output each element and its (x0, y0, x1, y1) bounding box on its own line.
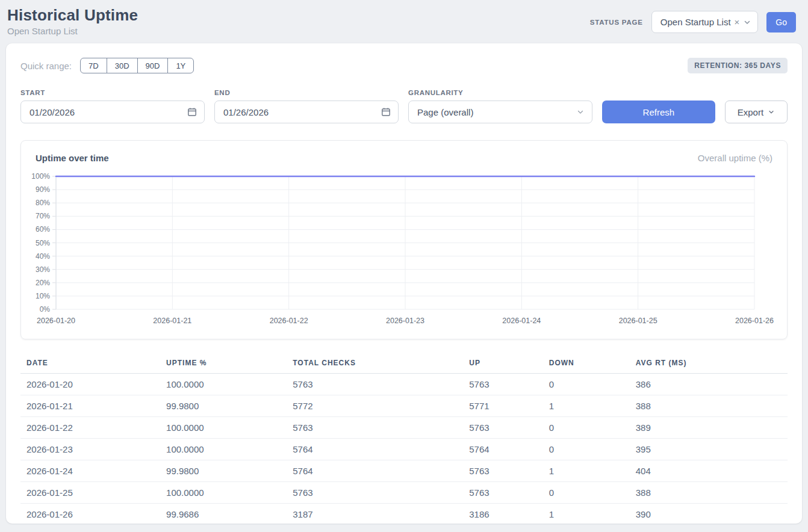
granularity-field: GRANULARITY Page (overall) (408, 89, 592, 123)
table-header-row: DATEUPTIME %TOTAL CHECKSUPDOWNAVG RT (MS… (20, 354, 788, 374)
table-cell: 1 (549, 504, 636, 525)
y-axis-label: 70% (36, 212, 50, 220)
table-cell: 404 (636, 460, 788, 482)
start-date-value: 01/20/2026 (30, 107, 75, 117)
table-cell: 100.0000 (166, 417, 293, 439)
status-page-controls: STATUS PAGE Open Startup List × Go (590, 11, 796, 33)
quick-range-group: 7D30D90D1Y (80, 58, 194, 73)
y-axis-label: 10% (36, 292, 50, 300)
table-cell: 390 (636, 504, 788, 525)
table-cell: 2026-01-26 (20, 504, 166, 525)
quick-range-90d[interactable]: 90D (137, 58, 169, 73)
x-axis-label: 2026-01-24 (502, 317, 541, 325)
table-cell: 5764 (469, 439, 549, 460)
y-axis-label: 50% (36, 239, 50, 247)
table-cell: 386 (636, 374, 788, 395)
table-cell: 5763 (469, 417, 549, 439)
table-cell: 1 (549, 395, 636, 417)
y-axis-label: 100% (31, 172, 50, 181)
page-title: Historical Uptime (7, 6, 138, 25)
quick-range-row: Quick range: 7D30D90D1Y RETENTION: 365 D… (20, 58, 788, 73)
chart-title: Uptime over time (36, 153, 109, 163)
chart-legend-label: Overall uptime (%) (698, 153, 772, 163)
table-cell: 99.9686 (166, 504, 293, 525)
table-cell: 5763 (293, 482, 469, 504)
table-row: 2026-01-2199.9800577257711388 (20, 395, 788, 417)
column-header: UP (469, 354, 549, 374)
end-date-input[interactable]: 01/26/2026 (214, 101, 399, 123)
x-axis-label: 2026-01-22 (270, 317, 308, 325)
filter-row: START 01/20/2026 END 01/26/2026 GRANULAR… (20, 89, 788, 123)
end-date-value: 01/26/2026 (223, 107, 269, 117)
top-header: Historical Uptime Open Startup List STAT… (0, 0, 808, 37)
table-cell: 3187 (293, 504, 469, 525)
chevron-down-icon (743, 18, 751, 26)
x-axis-label: 2026-01-20 (37, 317, 75, 325)
x-axis-label: 2026-01-23 (386, 317, 424, 325)
retention-badge: RETENTION: 365 DAYS (688, 58, 788, 73)
table-cell: 2026-01-25 (20, 482, 166, 504)
table-cell: 0 (549, 482, 636, 504)
table-cell: 5763 (469, 482, 549, 504)
chart-area: 0%10%20%30%40%50%60%70%80%90%100%2026-01… (36, 172, 772, 329)
calendar-icon[interactable] (187, 107, 197, 117)
y-axis-label: 60% (36, 225, 50, 234)
granularity-select[interactable]: Page (overall) (408, 101, 592, 123)
table-cell: 395 (636, 439, 788, 460)
y-axis-label: 20% (36, 279, 50, 287)
column-header: DATE (20, 354, 166, 374)
table-cell: 0 (549, 417, 636, 439)
table-cell: 388 (636, 395, 788, 417)
quick-range-1y[interactable]: 1Y (167, 58, 194, 73)
y-axis-label: 30% (36, 265, 50, 274)
start-date-input[interactable]: 01/20/2026 (20, 101, 205, 123)
quick-range-7d[interactable]: 7D (80, 58, 107, 73)
y-axis-label: 80% (36, 199, 50, 207)
table-cell: 100.0000 (166, 482, 293, 504)
uptime-chart-card: Uptime over time Overall uptime (%) 0%10… (20, 140, 788, 339)
table-cell: 5763 (469, 460, 549, 482)
column-header: DOWN (549, 354, 636, 374)
status-page-select[interactable]: Open Startup List × (651, 11, 759, 33)
table-cell: 5764 (293, 439, 469, 460)
end-date-field: END 01/26/2026 (214, 89, 399, 123)
table-cell: 99.9800 (166, 395, 293, 417)
quick-range-30d[interactable]: 30D (107, 58, 138, 73)
table-cell: 100.0000 (166, 374, 293, 395)
table-cell: 5763 (469, 374, 549, 395)
refresh-button[interactable]: Refresh (602, 101, 715, 123)
quick-range-label: Quick range: (20, 61, 72, 71)
uptime-table: DATEUPTIME %TOTAL CHECKSUPDOWNAVG RT (MS… (20, 354, 788, 525)
status-page-selected-value: Open Startup List (660, 17, 731, 27)
calendar-icon[interactable] (381, 107, 391, 117)
export-button[interactable]: Export (725, 101, 788, 123)
column-header: UPTIME % (166, 354, 293, 374)
table-row: 2026-01-2699.9686318731861390 (20, 504, 788, 525)
table-cell: 3186 (469, 504, 549, 525)
column-header: AVG RT (MS) (636, 354, 788, 374)
table-cell: 5763 (293, 374, 469, 395)
table-cell: 5771 (469, 395, 549, 417)
table-cell: 0 (549, 374, 636, 395)
table-row: 2026-01-23100.0000576457640395 (20, 439, 788, 460)
table-cell: 2026-01-22 (20, 417, 166, 439)
y-axis-label: 40% (36, 252, 50, 261)
table-cell: 2026-01-24 (20, 460, 166, 482)
uptime-line-chart: 0%10%20%30%40%50%60%70%80%90%100%2026-01… (36, 172, 772, 329)
clear-selection-icon[interactable]: × (735, 17, 740, 27)
table-row: 2026-01-20100.0000576357630386 (20, 374, 788, 395)
table-cell: 388 (636, 482, 788, 504)
granularity-label: GRANULARITY (408, 89, 592, 96)
table-row: 2026-01-2499.9800576457631404 (20, 460, 788, 482)
table-cell: 389 (636, 417, 788, 439)
table-row: 2026-01-22100.0000576357630389 (20, 417, 788, 439)
column-header: TOTAL CHECKS (293, 354, 469, 374)
x-axis-label: 2026-01-21 (153, 317, 191, 325)
go-button[interactable]: Go (766, 12, 796, 32)
start-label: START (20, 89, 205, 96)
table-cell: 100.0000 (166, 439, 293, 460)
main-panel: Quick range: 7D30D90D1Y RETENTION: 365 D… (6, 43, 802, 524)
chevron-down-icon (768, 108, 775, 116)
table-cell: 5764 (293, 460, 469, 482)
table-cell: 2026-01-21 (20, 395, 166, 417)
